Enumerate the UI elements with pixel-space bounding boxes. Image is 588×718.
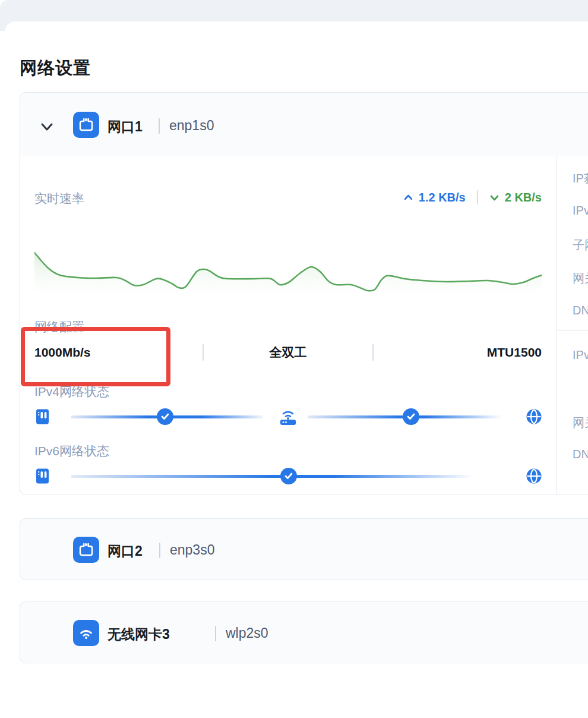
- realtime-speed-label: 实时速率: [34, 190, 84, 207]
- interface-id: enp3s0: [170, 542, 214, 558]
- network-settings-page: 网络设置 网口1 enp1s0 实时速率 1.2 KB/s 2 KB: [0, 0, 588, 718]
- detail-label-dns: DN: [573, 304, 588, 317]
- detail-label-gateway: 网关: [573, 270, 588, 286]
- network-card-port2[interactable]: 网口2 enp3s0: [20, 518, 588, 580]
- network-card-wifi3[interactable]: 无线网卡3 wlp2s0: [20, 602, 588, 663]
- interface-name: 网口1: [108, 118, 143, 136]
- name-divider: [159, 118, 160, 134]
- interface-name: 网口2: [108, 542, 143, 560]
- ethernet-port-icon: [73, 537, 99, 563]
- ethernet-port-icon: [73, 112, 99, 138]
- interface-id: wlp2s0: [226, 625, 268, 641]
- duplex-value: 全双工: [204, 344, 372, 361]
- detail-label-subnet: 子网: [573, 237, 588, 253]
- network-card-port1: 网口1 enp1s0 实时速率 1.2 KB/s 2 KB/s: [20, 92, 588, 495]
- nas-device-icon: [34, 408, 50, 425]
- speed-indicators: 1.2 KB/s 2 KB/s: [317, 190, 542, 204]
- link-speed-value: 1000Mb/s: [34, 345, 203, 360]
- detail-label-gateway6: 网关: [573, 415, 588, 431]
- interface-name: 无线网卡3: [108, 625, 170, 644]
- check-circle-icon: [157, 408, 173, 425]
- ipv4-status-label: IPv4网络状态: [34, 383, 109, 400]
- card-header-port1[interactable]: [20, 93, 588, 156]
- detail-label-ipv6-addr: IPv: [573, 348, 588, 362]
- name-divider: [215, 626, 216, 641]
- upload-speed-value: 1.2 KB/s: [419, 191, 466, 204]
- detail-label-dns6: DN: [573, 448, 588, 461]
- name-divider: [159, 543, 160, 558]
- ipv6-status-label: IPv6网络状态: [34, 443, 109, 459]
- download-arrow-icon: [489, 193, 500, 202]
- upload-arrow-icon: [403, 193, 413, 202]
- realtime-speed-chart: [34, 247, 542, 302]
- speed-divider: [477, 190, 478, 204]
- detail-label-ipv4-addr: IPv: [573, 204, 588, 218]
- page-title: 网络设置: [20, 56, 91, 80]
- check-circle-icon: [403, 408, 419, 425]
- chevron-down-icon[interactable]: [40, 122, 54, 133]
- interface-id: enp1s0: [169, 118, 214, 134]
- network-config-row: 1000Mb/s 全双工 MTU1500: [34, 342, 542, 363]
- details-panel-divider: [556, 156, 557, 495]
- network-config-label: 网络配置: [34, 319, 84, 335]
- detail-label-ip-mode: IP获: [573, 171, 588, 187]
- download-speed-value: 2 KB/s: [505, 191, 542, 204]
- nas-device-icon: [34, 468, 50, 484]
- details-section-divider: [557, 330, 588, 331]
- globe-icon: [526, 468, 542, 484]
- check-circle-icon: [280, 468, 297, 484]
- router-icon: [277, 407, 299, 426]
- mtu-value: MTU1500: [374, 345, 542, 360]
- wifi-icon: [73, 620, 99, 646]
- globe-icon: [526, 408, 542, 425]
